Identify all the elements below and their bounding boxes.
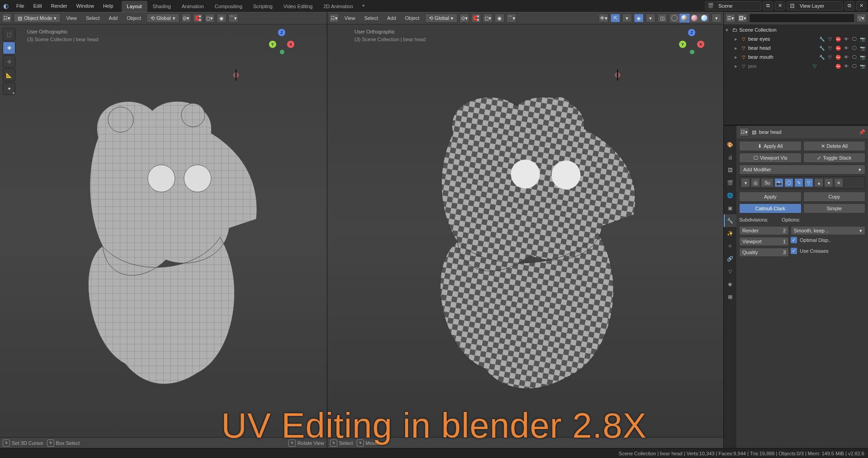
tool-tweak[interactable]: ⬚ [3,28,15,41]
orientation-selector[interactable]: ⟲Global▾ [425,14,458,23]
disable-icon[interactable]: ⛔ [835,64,842,69]
orientation-selector[interactable]: ⟲Global▾ [146,14,179,23]
disclosure-icon[interactable]: ▸ [735,54,740,60]
apply-all-button[interactable]: ⬇Apply All [739,141,802,151]
select-menu[interactable]: Select [82,15,104,21]
gizmo-dropdown[interactable]: ▾ [622,14,632,23]
camera-icon[interactable]: 📷 [859,55,866,60]
outliner-scene-collection[interactable]: ▾ 🗀 Scene Collection [724,25,868,34]
tab-constraints[interactable]: 🔗 [724,252,736,265]
menu-file[interactable]: File [12,0,29,12]
wrench-icon[interactable]: 🔧 [818,46,826,51]
tab-shading[interactable]: Shading [147,1,176,12]
mode-selector[interactable]: ▧Object Mode▾ [14,14,61,23]
outliner-item-poo[interactable]: ▸ ▽ poo ▽ ⛔👁🖵📷 [724,61,868,71]
tab-modifiers[interactable]: 🔧 [724,214,736,227]
mesh-data-icon[interactable]: ▽ [826,46,834,51]
nav-gizmo-right[interactable]: Z Y X [678,29,705,56]
camera-icon[interactable]: 📷 [859,64,866,69]
view-menu[interactable]: View [341,15,359,21]
proportional-dropdown[interactable]: ⌒▾ [506,14,516,23]
mod-move-down[interactable]: ▾ [824,178,833,187]
optimal-display-checkbox[interactable]: ✓Optimal Disp.. [791,237,865,243]
proportional-toggle[interactable]: ◉ [217,14,226,23]
use-creases-checkbox[interactable]: ✓Use Creases [791,248,865,254]
outliner-editor-type[interactable]: ☰▾ [726,14,736,23]
disclosure-icon[interactable]: ▸ [735,45,740,51]
viewlayer-selector[interactable]: 🖼 View Layer [787,1,843,10]
tool-cursor[interactable]: ✥ [3,42,15,54]
menu-render[interactable]: Render [47,0,72,12]
view-menu[interactable]: View [62,15,80,21]
disable-icon[interactable]: ⛔ [835,37,842,42]
tool-move[interactable]: ⊹ [3,55,15,68]
viewport-left[interactable]: ⬚ ✥ ⊹ 📐 ✦ User Orthographic (3) Scene Co… [0,24,327,437]
gizmo-toggle[interactable]: ⇱ [610,14,620,23]
viewport-subdivisions[interactable]: Viewport1 [739,237,789,246]
toggle-stack-button[interactable]: ⤢Toggle Stack [803,153,866,163]
object-menu[interactable]: Object [123,15,145,21]
scene-selector[interactable]: 🎬 Scene [705,1,761,10]
visibility-dropdown[interactable]: 👁▾ [599,14,609,23]
tab-animation[interactable]: Animation [176,1,209,12]
tool-add[interactable]: ✦ [3,82,15,95]
modifier-collapse[interactable]: ▾ [741,178,750,187]
new-layer-button[interactable]: ⧉ [844,1,854,10]
shading-wireframe[interactable] [670,14,679,23]
eye-icon[interactable]: 👁 [843,46,850,51]
mod-editmode-toggle[interactable]: ✎ [794,178,803,187]
disclosure-icon[interactable]: ▸ [735,63,740,69]
shading-rendered[interactable] [699,14,709,23]
camera-icon[interactable]: 📷 [859,37,866,42]
axis-x[interactable]: X [287,41,294,48]
tab-material[interactable]: ◉ [724,278,736,290]
menu-window[interactable]: Window [72,0,99,12]
close-layer-button[interactable]: ✕ [856,1,866,10]
tab-scene[interactable]: 🎬 [724,176,736,189]
tab-video-editing[interactable]: Video Editing [278,1,318,12]
simple-button[interactable]: Simple [803,203,866,213]
tab-world[interactable]: 🌐 [724,189,736,202]
mod-delete[interactable]: ✕ [834,178,843,187]
eye-icon[interactable]: 👁 [843,64,850,69]
tab-physics[interactable]: ⚛ [724,240,736,252]
shading-material[interactable] [689,14,699,23]
tab-object[interactable]: ▣ [724,202,736,214]
shading-solid[interactable] [679,14,689,23]
editor-type-dropdown[interactable]: ☷▾ [329,14,339,23]
eye-icon[interactable]: 👁 [843,37,850,42]
snap-toggle[interactable]: 🧲 [193,14,203,23]
disclosure-icon[interactable]: ▾ [726,27,731,33]
outliner-item-bear-head[interactable]: ▸ ▽ bear head 🔧▽⛔👁🖵📷 [724,43,868,52]
mod-cage-toggle[interactable]: ▽ [804,178,813,187]
delete-all-button[interactable]: ✕Delete All [803,141,866,151]
add-menu[interactable]: Add [105,15,122,21]
xray-toggle[interactable]: ◫ [657,14,667,23]
tab-compositing[interactable]: Compositing [209,1,248,12]
mesh-data-icon[interactable]: ▽ [826,37,834,42]
tool-measure[interactable]: 📐 [3,69,15,81]
object-menu[interactable]: Object [401,15,423,21]
monitor-icon[interactable]: 🖵 [851,46,858,51]
outliner-search[interactable] [749,14,854,23]
outliner-item-bear-eyes[interactable]: ▸ ▽ bear eyes 🔧▽⛔👁🖵📷 [724,34,868,43]
quality-subdivisions[interactable]: Quality3 [739,248,789,257]
outliner-filter[interactable]: ▽▾ [856,14,866,23]
tab-2d-animation[interactable]: 2D Animation [318,1,358,12]
uv-smooth-dropdown[interactable]: Smooth, keep ..▾ [791,226,865,235]
axis-z[interactable]: Z [278,29,285,36]
snap-dropdown[interactable]: ◻▾ [483,14,493,23]
props-editor-type[interactable]: ☷▾ [739,127,749,137]
pin-icon[interactable]: 📌 [859,129,865,135]
tab-viewlayer[interactable]: 🖼 [724,164,736,176]
copy-button[interactable]: Copy [803,192,866,202]
overlay-dropdown[interactable]: ▾ [646,14,656,23]
tab-mesh[interactable]: ▽ [724,265,736,278]
mod-render-toggle[interactable]: 📷 [774,178,783,187]
add-modifier-dropdown[interactable]: Add Modifier▾ [739,165,865,175]
disable-icon[interactable]: ⛔ [835,46,842,51]
pivot-dropdown[interactable]: ⊙▾ [459,14,469,23]
tab-particles[interactable]: ✨ [724,227,736,240]
camera-icon[interactable]: 📷 [859,46,866,51]
tab-output[interactable]: 🖨 [724,151,736,164]
